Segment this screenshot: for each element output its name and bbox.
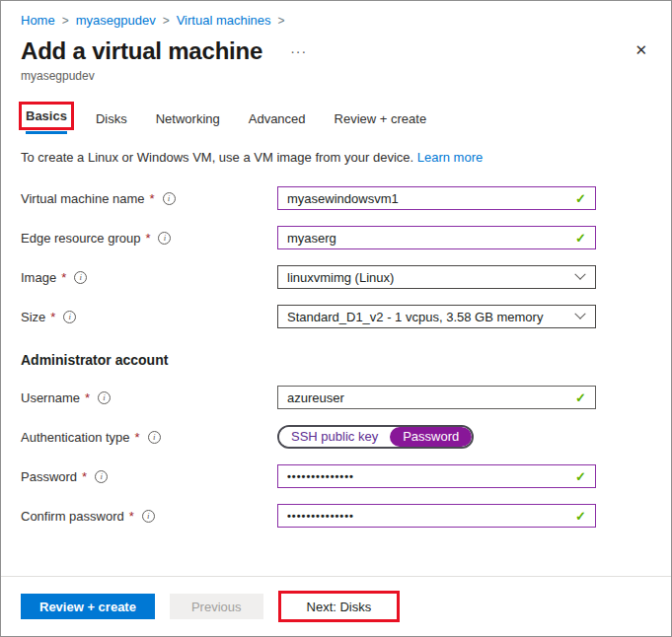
info-icon[interactable]: i [142,510,155,523]
info-icon[interactable]: i [163,192,176,205]
panel-subtitle: myasegpudev [21,69,651,83]
breadcrumb-home[interactable]: Home [21,13,55,28]
tab-review-create[interactable]: Review + create [335,111,427,134]
required-marker: * [135,430,140,445]
breadcrumb-myasegpudev[interactable]: myasegpudev [76,13,156,28]
field-row-username: Username * i azureuser ✓ [21,386,651,409]
field-label: Image [21,270,56,285]
input-value: myaserg [287,231,575,246]
check-icon: ✓ [575,390,586,405]
field-label: Edge resource group [21,231,140,246]
info-icon[interactable]: i [98,391,111,404]
field-label-cell: Username * i [21,390,277,405]
password-input[interactable]: •••••••••••••• ✓ [277,464,596,488]
next-disks-button[interactable]: Next: Disks [281,594,398,619]
field-label: Virtual machine name [21,191,145,206]
required-marker: * [145,231,150,246]
info-icon[interactable]: i [74,271,87,284]
field-label-cell: Image * i [21,270,277,285]
input-value: •••••••••••••• [287,464,575,488]
ssh-public-key-option[interactable]: SSH public key [279,427,390,447]
field-row-vm-name: Virtual machine name * i myasewindowsvm1… [21,186,651,210]
input-value: •••••••••••••• [287,504,575,528]
field-row-image: Image * i linuxvmimg (Linux) [21,265,651,289]
tab-basics[interactable]: Basics [26,108,67,134]
info-icon[interactable]: i [148,431,161,444]
info-icon[interactable]: i [95,470,108,483]
annotation-box: Basics [26,108,67,123]
authentication-type-toggle: SSH public key Password [277,425,474,449]
close-icon[interactable]: ✕ [635,41,647,59]
auth-type-control: SSH public key Password [277,425,596,449]
basics-form: Virtual machine name * i myasewindowsvm1… [21,186,651,528]
field-row-password: Password * i •••••••••••••• ✓ [21,464,651,488]
required-marker: * [61,270,66,285]
check-icon: ✓ [575,509,586,524]
learn-more-link[interactable]: Learn more [417,150,483,165]
required-marker: * [129,509,134,524]
field-label: Username [21,390,80,405]
review-create-button[interactable]: Review + create [21,594,155,619]
field-row-authentication-type: Authentication type * i SSH public key P… [21,425,651,449]
check-icon: ✓ [575,191,586,206]
breadcrumb: Home > myasegpudev > Virtual machines > [21,13,651,28]
field-row-size: Size * i Standard_D1_v2 - 1 vcpus, 3.58 … [21,305,651,328]
size-dropdown[interactable]: Standard_D1_v2 - 1 vcpus, 3.58 GB memory [277,305,596,328]
footer-bar: Review + create Previous Next: Disks [1,576,671,636]
field-label-cell: Password * i [21,469,277,484]
add-virtual-machine-panel: Home > myasegpudev > Virtual machines > … [0,0,672,637]
image-dropdown[interactable]: linuxvmimg (Linux) [277,265,596,289]
field-label-cell: Size * i [21,310,277,324]
username-input[interactable]: azureuser ✓ [277,386,596,409]
required-marker: * [82,469,87,484]
chevron-down-icon [574,309,585,319]
edge-resource-group-input[interactable]: myaserg ✓ [277,226,596,249]
field-label-cell: Authentication type * i [21,430,277,445]
field-label-cell: Virtual machine name * i [21,191,277,206]
tab-networking[interactable]: Networking [156,111,220,134]
info-icon[interactable]: i [158,232,171,245]
field-label: Authentication type [21,430,130,445]
panel-header: Add a virtual machine ··· ✕ [21,37,651,65]
required-marker: * [150,191,155,206]
field-label-cell: Confirm password * i [21,509,277,524]
previous-button[interactable]: Previous [170,594,263,619]
field-row-confirm-password: Confirm password * i •••••••••••••• ✓ [21,504,651,528]
breadcrumb-virtual-machines[interactable]: Virtual machines [177,13,271,28]
breadcrumb-separator: > [278,14,285,28]
confirm-password-input[interactable]: •••••••••••••• ✓ [277,504,596,528]
administrator-account-heading: Administrator account [21,352,651,368]
chevron-down-icon [574,269,585,280]
breadcrumb-separator: > [163,14,170,28]
required-marker: * [50,310,55,324]
password-option[interactable]: Password [390,427,472,447]
tab-bar: Basics Disks Networking Advanced Review … [21,108,651,134]
breadcrumb-separator: > [62,14,69,28]
required-marker: * [85,390,90,405]
intro-message: To create a Linux or Windows VM, use a V… [21,150,413,165]
check-icon: ✓ [575,231,586,246]
field-row-edge-resource-group: Edge resource group * i myaserg ✓ [21,226,651,249]
annotation-box: Next: Disks [278,591,401,622]
tab-advanced[interactable]: Advanced [249,111,306,134]
page-title: Add a virtual machine [21,37,262,65]
field-label-cell: Edge resource group * i [21,231,277,246]
dropdown-value: Standard_D1_v2 - 1 vcpus, 3.58 GB memory [287,310,576,324]
field-label: Size [21,310,45,324]
check-icon: ✓ [575,469,586,484]
tab-disks[interactable]: Disks [96,111,127,134]
input-value: azureuser [287,390,575,405]
input-value: myasewindowsvm1 [287,191,575,206]
more-options-icon[interactable]: ··· [290,43,307,59]
virtual-machine-name-input[interactable]: myasewindowsvm1 ✓ [277,186,596,210]
field-label: Confirm password [21,509,124,524]
intro-text: To create a Linux or Windows VM, use a V… [21,150,651,165]
info-icon[interactable]: i [63,311,76,323]
field-label: Password [21,469,77,484]
dropdown-value: linuxvmimg (Linux) [287,270,576,285]
